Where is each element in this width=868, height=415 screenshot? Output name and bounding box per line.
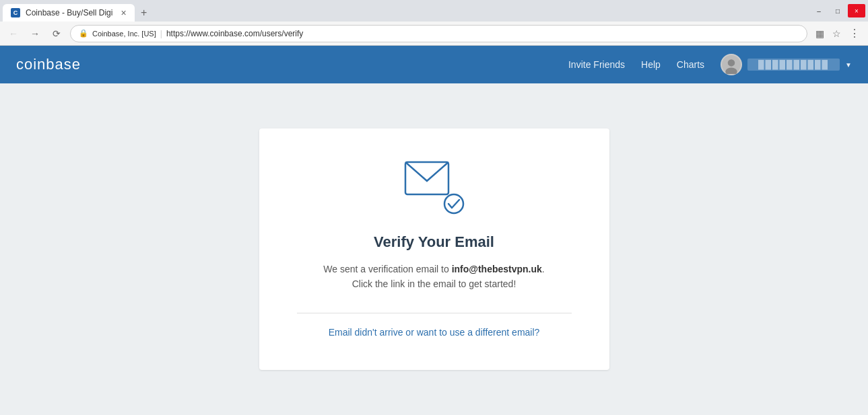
email-verify-icon <box>404 161 465 215</box>
verify-description: We sent a verification email to info@the… <box>323 262 545 292</box>
verify-title: Verify Your Email <box>374 233 494 251</box>
verify-desc-prefix: We sent a verification email to <box>323 264 451 274</box>
dropdown-arrow-icon: ▼ <box>845 61 852 69</box>
reload-button[interactable]: ⟳ <box>48 26 65 42</box>
invite-friends-link[interactable]: Invite Friends <box>568 59 625 70</box>
title-bar: C Coinbase - Buy/Sell Digi × + – □ × <box>0 0 868 22</box>
help-link[interactable]: Help <box>641 59 661 70</box>
forward-button[interactable]: → <box>27 26 43 42</box>
username-display: ██████████ <box>747 59 840 71</box>
tab-close-button[interactable]: × <box>121 7 126 18</box>
new-tab-button[interactable]: + <box>135 4 154 22</box>
window-controls: – □ × <box>810 4 865 17</box>
svg-point-4 <box>444 194 463 213</box>
charts-link[interactable]: Charts <box>677 59 704 70</box>
browser-menu-button[interactable]: ⋮ <box>846 26 863 41</box>
lock-icon: 🔒 <box>79 29 88 38</box>
verify-desc-period: . <box>542 264 545 274</box>
check-circle-icon <box>443 193 465 215</box>
minimize-button[interactable]: – <box>810 4 828 17</box>
card-divider <box>297 313 572 313</box>
cast-icon[interactable]: ▦ <box>813 27 827 40</box>
coinbase-logo[interactable]: coinbase <box>16 56 81 73</box>
page: coinbase Invite Friends Help Charts ████… <box>0 46 868 415</box>
tab-favicon: C <box>11 8 20 17</box>
main-nav: Invite Friends Help Charts ██████████ ▼ <box>568 54 852 75</box>
back-button[interactable]: ← <box>5 26 22 42</box>
url-text: https://www.coinbase.com/users/verify <box>166 29 303 38</box>
coinbase-header: coinbase Invite Friends Help Charts ████… <box>0 46 868 83</box>
page-content: Verify Your Email We sent a verification… <box>0 83 868 415</box>
browser-tab[interactable]: C Coinbase - Buy/Sell Digi × <box>3 4 135 22</box>
verify-email-card: Verify Your Email We sent a verification… <box>259 128 609 371</box>
close-button[interactable]: × <box>848 4 865 17</box>
url-actions: ▦ ☆ ⋮ <box>813 26 863 41</box>
envelope-icon <box>404 161 450 196</box>
address-bar: ← → ⟳ 🔒 Coinbase, Inc. [US] | https://ww… <box>0 22 868 46</box>
tab-bar: C Coinbase - Buy/Sell Digi × + <box>3 0 810 22</box>
maximize-button[interactable]: □ <box>829 4 846 17</box>
resend-email-link[interactable]: Email didn't arrive or want to use a dif… <box>329 327 540 338</box>
chrome-window: C Coinbase - Buy/Sell Digi × + – □ × ← →… <box>0 0 868 415</box>
verify-instruction: Click the link in the email to get start… <box>352 278 516 289</box>
org-name: Coinbase, Inc. [US] <box>92 30 156 38</box>
tab-label: Coinbase - Buy/Sell Digi <box>26 8 112 17</box>
url-bar[interactable]: 🔒 Coinbase, Inc. [US] | https://www.coin… <box>70 25 807 42</box>
user-menu[interactable]: ██████████ ▼ <box>721 54 852 75</box>
verify-email-address: info@thebestvpn.uk <box>452 264 542 274</box>
bookmark-icon[interactable]: ☆ <box>830 27 844 40</box>
svg-point-1 <box>728 59 735 67</box>
user-avatar <box>721 54 742 75</box>
